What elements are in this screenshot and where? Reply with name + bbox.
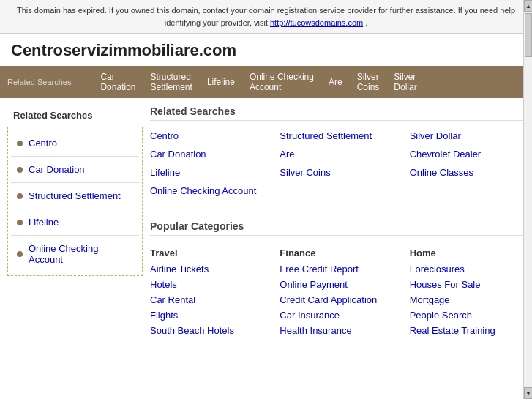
cat-link-flights[interactable]: Flights xyxy=(150,307,265,323)
top-nav-link-silver-dollar[interactable]: SilverDollar xyxy=(386,66,424,98)
related-searches-grid: Centro Structured Settlement Silver Doll… xyxy=(150,128,525,198)
right-content: Related Searches Centro Structured Settl… xyxy=(150,105,525,338)
bullet-icon xyxy=(17,167,23,173)
rs-link-online-classes[interactable]: Online Classes xyxy=(410,165,525,180)
top-nav-label: Related Searches xyxy=(0,72,78,92)
sidebar-title: Related Searches xyxy=(7,105,143,127)
list-item: Centro xyxy=(11,130,139,157)
list-item: Car Donation xyxy=(11,157,139,183)
popular-categories: Popular Categories Travel Airline Ticket… xyxy=(150,220,525,338)
cat-link-houses-for-sale[interactable]: Houses For Sale xyxy=(410,277,525,292)
cat-link-hotels[interactable]: Hotels xyxy=(150,277,265,292)
rs-link-centro[interactable]: Centro xyxy=(150,128,265,143)
cat-link-airline-tickets[interactable]: Airline Tickets xyxy=(150,261,265,277)
rs-link-silver-coins[interactable]: Silver Coins xyxy=(280,165,394,180)
scroll-thumb[interactable] xyxy=(525,13,532,57)
cat-link-credit-card-application[interactable]: Credit Card Application xyxy=(280,292,394,307)
top-nav-link-online-checking[interactable]: Online CheckingAccount xyxy=(242,66,321,98)
category-finance: Finance Free Credit Report Online Paymen… xyxy=(280,243,394,338)
rs-link-silver-dollar[interactable]: Silver Dollar xyxy=(410,128,525,143)
cat-link-mortgage[interactable]: Mortgage xyxy=(410,292,525,307)
sidebar-link-lifeline[interactable]: Lifeline xyxy=(29,217,59,228)
cat-link-south-beach-hotels[interactable]: South Beach Hotels xyxy=(150,323,265,338)
categories-grid: Travel Airline Tickets Hotels Car Rental… xyxy=(150,243,525,338)
top-nav-link-centro[interactable] xyxy=(78,76,93,88)
sidebar-link-centro[interactable]: Centro xyxy=(29,138,57,149)
scroll-up-arrow[interactable]: ▲ xyxy=(524,0,532,12)
cat-link-car-insurance[interactable]: Car Insurance xyxy=(280,307,394,323)
popular-categories-title: Popular Categories xyxy=(150,220,525,236)
list-item: Lifeline xyxy=(11,209,139,236)
top-nav-link-car-donation[interactable]: CarDonation xyxy=(93,66,143,98)
rs-link-structured-settlement[interactable]: Structured Settlement xyxy=(280,128,394,143)
category-home: Home Foreclosures Houses For Sale Mortga… xyxy=(410,243,525,338)
category-header-finance: Finance xyxy=(280,243,394,261)
cat-link-health-insurance[interactable]: Health Insurance xyxy=(280,323,394,338)
cat-link-car-rental[interactable]: Car Rental xyxy=(150,292,265,307)
category-travel: Travel Airline Tickets Hotels Car Rental… xyxy=(150,243,265,338)
category-header-home: Home xyxy=(410,243,525,261)
main-layout: Related Searches Centro Car Donation Str… xyxy=(0,98,532,346)
top-nav-link-lifeline[interactable]: Lifeline xyxy=(200,71,242,93)
category-header-travel: Travel xyxy=(150,243,265,261)
notice-link[interactable]: http://tucowsdomains.com xyxy=(270,18,363,27)
rs-link-lifeline[interactable]: Lifeline xyxy=(150,165,265,180)
rs-link-are[interactable]: Are xyxy=(280,146,394,162)
list-item: Structured Settlement xyxy=(11,183,139,209)
related-searches-title: Related Searches xyxy=(150,105,525,121)
cat-link-foreclosures[interactable]: Foreclosures xyxy=(410,261,525,277)
cat-link-free-credit-report[interactable]: Free Credit Report xyxy=(280,261,394,277)
cat-link-real-estate-training[interactable]: Real Estate Training xyxy=(410,323,525,338)
bullet-icon xyxy=(17,141,23,146)
top-nav-link-are[interactable]: Are xyxy=(321,71,350,93)
bullet-icon xyxy=(17,251,23,257)
sidebar-list: Centro Car Donation Structured Settlemen… xyxy=(7,127,143,276)
sidebar-link-online-checking[interactable]: Online Checking Account xyxy=(29,243,133,265)
left-sidebar: Related Searches Centro Car Donation Str… xyxy=(7,105,143,338)
top-nav: Related Searches CarDonation StructuredS… xyxy=(0,66,532,98)
top-nav-link-silver-coins[interactable]: SilverCoins xyxy=(350,66,387,98)
rs-link-chevrolet-dealer[interactable]: Chevrolet Dealer xyxy=(410,146,525,162)
scrollbar[interactable]: ▲ ▼ xyxy=(523,0,532,346)
cat-link-online-payment[interactable]: Online Payment xyxy=(280,277,394,292)
notice-text: This domain has expired. If you owned th… xyxy=(17,6,515,27)
sidebar-link-car-donation[interactable]: Car Donation xyxy=(29,164,85,175)
site-title: Centroservizimmobiliare.com xyxy=(0,34,532,66)
bullet-icon xyxy=(17,193,23,199)
cat-link-people-search[interactable]: People Search xyxy=(410,307,525,323)
sidebar-link-structured-settlement[interactable]: Structured Settlement xyxy=(29,190,121,201)
top-nav-link-structured-settlement[interactable]: StructuredSettlement xyxy=(143,66,200,98)
bullet-icon xyxy=(17,220,23,225)
related-searches-section: Related Searches Centro Structured Settl… xyxy=(150,105,525,198)
notice-bar: This domain has expired. If you owned th… xyxy=(0,0,532,34)
rs-link-online-checking[interactable]: Online Checking Account xyxy=(150,183,265,198)
list-item: Online Checking Account xyxy=(11,236,139,272)
rs-link-car-donation[interactable]: Car Donation xyxy=(150,146,265,162)
notice-period: . xyxy=(365,18,367,27)
